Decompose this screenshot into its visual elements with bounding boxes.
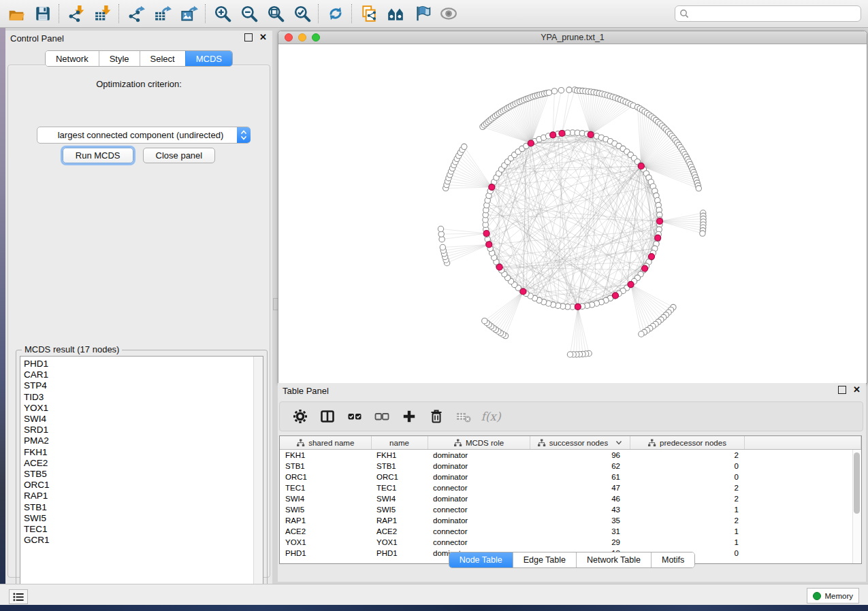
control-panel-title: Control Panel	[5, 33, 64, 44]
export-network-icon[interactable]	[127, 5, 145, 23]
table-row[interactable]: SWI5SWI5connector431	[280, 504, 861, 515]
list-item[interactable]: STP4	[24, 380, 254, 391]
float-panel-icon[interactable]	[244, 33, 253, 42]
hide-graphics-details-icon[interactable]	[413, 5, 431, 23]
list-item[interactable]: SWI5	[24, 513, 254, 524]
toolbar-separator	[351, 4, 353, 23]
memory-button[interactable]: Memory	[807, 588, 859, 604]
table-row[interactable]: ACE2ACE2connector311	[280, 526, 861, 537]
column-header-name[interactable]: name	[371, 436, 428, 450]
mcds-result-groupbox: MCDS result (17 nodes) PHD1CAR1STP4TID3Y…	[16, 350, 268, 601]
list-item[interactable]: PMA2	[24, 435, 254, 446]
task-history-button[interactable]	[9, 589, 28, 604]
search-input[interactable]	[675, 5, 861, 22]
toolbar-separator	[318, 4, 319, 23]
tab-network-table[interactable]: Network Table	[576, 552, 651, 567]
tab-style[interactable]: Style	[99, 51, 140, 66]
list-item[interactable]: SWI4	[24, 414, 254, 425]
save-icon[interactable]	[33, 5, 52, 23]
optimization-criterion-select[interactable]: largest connected component (undirected)	[37, 127, 251, 144]
tab-select[interactable]: Select	[140, 51, 185, 66]
column-header-predecessor-nodes[interactable]: predecessor nodes	[630, 436, 744, 450]
add-column-icon[interactable]	[401, 408, 417, 425]
list-item[interactable]: RAP1	[24, 491, 254, 501]
workspace: Control Panel ✕ NetworkStyleSelectMCDS O…	[5, 28, 868, 584]
toolbar-separator	[59, 4, 60, 23]
memory-label: Memory	[824, 592, 853, 600]
network-canvas[interactable]	[278, 44, 865, 382]
close-panel-icon[interactable]: ✕	[259, 34, 267, 41]
control-panel-titlebar: Control Panel ✕	[5, 31, 272, 46]
table-row[interactable]: STB1STB1dominator620	[280, 461, 861, 472]
table-row[interactable]: RAP1RAP1dominator352	[280, 515, 861, 526]
table-row[interactable]: FKH1FKH1dominator962	[280, 450, 861, 461]
list-item[interactable]: PHD1	[24, 359, 254, 369]
column-header-filler	[744, 436, 861, 450]
list-item[interactable]: TID3	[24, 392, 254, 403]
export-image-icon[interactable]	[180, 5, 198, 23]
dropdown-stepper-icon	[237, 127, 251, 143]
list-item[interactable]: CAR1	[24, 369, 254, 380]
list-item[interactable]: FKH1	[24, 447, 254, 458]
export-table-icon[interactable]	[153, 5, 172, 23]
close-table-panel-icon[interactable]: ✕	[853, 386, 861, 393]
column-header-MCDS-role[interactable]: MCDS role	[428, 436, 530, 450]
table-row[interactable]: SWI4SWI4dominator462	[280, 493, 861, 504]
tab-motifs[interactable]: Motifs	[651, 552, 694, 567]
close-panel-button[interactable]: Close panel	[143, 148, 216, 163]
refresh-icon[interactable]	[326, 5, 344, 23]
table-panel-titlebar: Table Panel ✕	[278, 383, 866, 398]
table-row[interactable]: YOX1YOX1connector291	[280, 537, 861, 548]
table-tabs: Node TableEdge TableNetwork TableMotifs	[278, 552, 866, 568]
network-window-title: YPA_prune.txt_1	[278, 33, 867, 42]
import-network-icon[interactable]	[67, 5, 85, 23]
node-table: shared namenameMCDS rolesuccessor nodesp…	[279, 435, 862, 564]
tab-edge-table[interactable]: Edge Table	[513, 552, 576, 567]
first-neighbors-icon[interactable]	[386, 5, 404, 23]
optimization-criterion-label: Optimization criterion:	[8, 79, 270, 89]
list-item[interactable]: ACE2	[24, 458, 254, 469]
toolbar-icon-groups	[7, 4, 457, 23]
list-scrollbar[interactable]	[253, 357, 263, 597]
float-table-panel-icon[interactable]	[838, 386, 846, 394]
import-table-icon[interactable]	[93, 5, 112, 23]
table-row[interactable]: TEC1TEC1connector472	[280, 482, 861, 493]
delete-column-icon[interactable]	[428, 408, 445, 425]
table-scrollbar[interactable]	[852, 450, 861, 563]
run-mcds-button[interactable]: Run MCDS	[63, 148, 133, 163]
column-header-successor-nodes[interactable]: successor nodes	[530, 436, 630, 450]
control-panel-tabs: NetworkStyleSelectMCDS	[5, 50, 272, 67]
network-view[interactable]	[278, 44, 865, 382]
split-columns-icon[interactable]	[319, 408, 336, 425]
open-icon[interactable]	[7, 5, 25, 23]
settings-icon[interactable]	[292, 408, 308, 425]
list-item[interactable]: ORC1	[24, 480, 254, 491]
zoom-in-icon[interactable]	[213, 5, 231, 23]
list-item[interactable]: YOX1	[24, 403, 254, 414]
function-glyph: f(x)	[481, 410, 500, 423]
tab-mcds[interactable]: MCDS	[185, 51, 232, 66]
list-item[interactable]: STB1	[24, 502, 254, 513]
column-header-shared-name[interactable]: shared name	[280, 436, 371, 450]
zoom-fit-icon[interactable]	[266, 5, 285, 23]
table-scrollbar-thumb[interactable]	[854, 452, 860, 514]
list-item[interactable]: GCR1	[24, 535, 254, 546]
deselect-all-icon[interactable]	[374, 408, 390, 425]
list-item[interactable]: TEC1	[24, 524, 254, 535]
network-window-titlebar[interactable]: YPA_prune.txt_1	[278, 31, 867, 44]
zoom-selected-icon[interactable]	[293, 5, 311, 23]
mcds-tab-content: Optimization criterion: largest connecte…	[7, 65, 270, 578]
list-item[interactable]: SRD1	[24, 425, 254, 435]
mcds-result-listbox[interactable]: PHD1CAR1STP4TID3YOX1SWI4SRD1PMA2FKH1ACE2…	[20, 356, 263, 597]
toolbar-separator	[118, 4, 120, 23]
desktop: Control Panel ✕ NetworkStyleSelectMCDS O…	[0, 0, 868, 611]
table-row[interactable]: ORC1ORC1dominator610	[280, 472, 861, 482]
select-all-icon[interactable]	[347, 408, 363, 425]
list-icon	[13, 593, 24, 601]
network-window: YPA_prune.txt_1	[278, 31, 867, 384]
tab-node-table[interactable]: Node Table	[449, 552, 513, 567]
tab-network[interactable]: Network	[46, 51, 99, 66]
list-item[interactable]: STB5	[24, 469, 254, 480]
zoom-out-icon[interactable]	[240, 5, 258, 23]
new-network-from-selection-icon[interactable]	[359, 5, 378, 23]
